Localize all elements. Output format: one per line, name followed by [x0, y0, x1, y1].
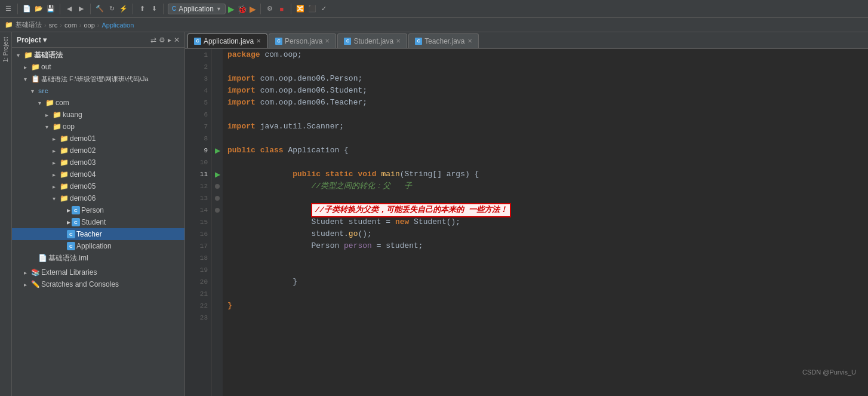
tree-item-demo04[interactable]: ▸ 📁 demo04 [12, 168, 184, 180]
tab-person[interactable]: C Person.java ✕ [269, 33, 336, 48]
tree-item-demo03[interactable]: ▸ 📁 demo03 [12, 156, 184, 168]
tree-item-demo02[interactable]: ▸ 📁 demo02 [12, 145, 184, 156]
tree-item-module[interactable]: ▾ 📋 基础语法 F:\班级管理\网课班\代码\Ja [12, 73, 184, 85]
ln-17: 17 [200, 240, 208, 252]
open-icon[interactable]: 📂 [34, 4, 44, 14]
code-line-18 [227, 252, 863, 264]
tree-item-com[interactable]: ▾ 📁 com [12, 97, 184, 109]
tree-item-application[interactable]: ▸ C Application [12, 240, 184, 252]
debug-button[interactable]: 🐞 [237, 4, 247, 14]
tab-application-icon: C [194, 38, 201, 45]
demo05-label: demo05 [70, 182, 96, 191]
breadcrumb-com[interactable]: com [64, 22, 77, 29]
run-coverage-button[interactable]: ▶ [250, 4, 256, 14]
sync-icon[interactable]: ↻ [107, 4, 116, 14]
todo-icon[interactable]: ✓ [319, 4, 329, 14]
profile-icon[interactable]: ⚙ [265, 4, 275, 14]
tree-item-demo05[interactable]: ▸ 📁 demo05 [12, 180, 184, 192]
tab-student-close[interactable]: ✕ [396, 38, 401, 44]
gray-dot-13 [215, 196, 220, 201]
gc-9[interactable]: ▶ [212, 145, 223, 156]
build-icon[interactable]: 🔨 [95, 4, 104, 14]
gc-7 [212, 121, 223, 133]
gc-18 [212, 252, 223, 264]
tree-item-src[interactable]: ▾ src [12, 85, 184, 97]
demo06-label: demo06 [70, 194, 96, 202]
editor-area: C Application.java ✕ C Person.java ✕ C S… [185, 32, 868, 396]
tab-teacher-close[interactable]: ✕ [467, 38, 472, 44]
expand-root: ▾ [17, 52, 23, 59]
demo03-icon: 📁 [60, 158, 69, 167]
tab-application[interactable]: C Application.java ✕ [187, 33, 267, 48]
tree-item-root[interactable]: ▾ 📁 基础语法 [12, 49, 184, 61]
chevron-panel-icon[interactable]: ▸ [168, 36, 171, 44]
ln-23: 23 [200, 312, 208, 324]
ln-3: 3 [204, 73, 208, 85]
tree-item-student[interactable]: ▸ ▸ C Student [12, 216, 184, 228]
new-file-icon[interactable]: 📄 [22, 4, 32, 14]
tree-item-external-libs[interactable]: ▸ 📚 External Libraries [12, 266, 184, 278]
tab-teacher[interactable]: C Teacher.java ✕ [408, 33, 478, 48]
tab-student[interactable]: C Student.java ✕ [337, 33, 407, 48]
vcs-pull-icon[interactable]: ⬇ [149, 4, 159, 14]
code-content[interactable]: package com.oop; import com.oop.demo06.P… [223, 49, 868, 396]
tree-item-demo01[interactable]: ▸ 📁 demo01 [12, 133, 184, 145]
tab-application-close[interactable]: ✕ [256, 38, 261, 44]
tree-item-iml[interactable]: ▸ 📄 基础语法.iml [12, 252, 184, 264]
gc-11[interactable]: ▶ [212, 168, 223, 180]
run-config-selector[interactable]: C Application ▼ [168, 4, 226, 14]
code-line-12: //类型之间的转化：父 子 [227, 180, 863, 192]
panel-title: Project ▾ [17, 36, 47, 44]
ln-13: 13 [200, 192, 208, 204]
gray-dot-12 [215, 184, 220, 189]
sep1 [17, 4, 18, 14]
code-line-2 [227, 61, 863, 73]
tree-item-kuang[interactable]: ▸ 📁 kuang [12, 109, 184, 121]
back-icon[interactable]: ◀ [64, 4, 74, 14]
terminal-icon[interactable]: ⬛ [307, 4, 317, 14]
ln-21: 21 [200, 288, 208, 300]
tree-item-demo06[interactable]: ▾ 📁 demo06 [12, 192, 184, 204]
toolbar: ☰ 📄 📂 💾 ◀ ▶ 🔨 ↻ ⚡ ⬆ ⬇ C Application ▼ ▶ … [0, 0, 868, 18]
tab-student-icon: C [344, 38, 351, 45]
sep4 [133, 4, 133, 14]
run-marker-11[interactable]: ▶ [215, 170, 220, 179]
code-line-9: public class Application { [227, 145, 863, 156]
demo01-icon: 📁 [60, 134, 69, 143]
vcs-icon[interactable]: ⬆ [137, 4, 147, 14]
breadcrumb-file[interactable]: Application [102, 22, 134, 29]
breadcrumb-src[interactable]: src [49, 22, 58, 29]
code-editor[interactable]: 1 2 3 4 5 6 7 8 9 10 11 12 13 14 15 16 1… [185, 49, 868, 396]
save-icon[interactable]: 💾 [46, 4, 56, 14]
stop-icon[interactable]: ■ [277, 4, 287, 14]
panel-header: Project ▾ ⇄ ⚙ ▸ ✕ [12, 32, 184, 48]
forward-icon[interactable]: ▶ [76, 4, 86, 14]
expand-person: ▸ [67, 206, 70, 214]
gc-16 [212, 228, 223, 240]
sync-panel-icon[interactable]: ⇄ [150, 36, 156, 44]
breadcrumb-root[interactable]: 基础语法 [16, 20, 42, 29]
gear-panel-icon[interactable]: ⚙ [159, 36, 165, 44]
tree-item-teacher[interactable]: ▸ C Teacher [12, 228, 184, 240]
tree-item-scratches[interactable]: ▸ ✏️ Scratches and Consoles [12, 278, 184, 290]
sidebar-tab-project[interactable]: 1: Project [1, 35, 10, 65]
sidebar-strip: 1: Project [0, 32, 12, 396]
demo02-label: demo02 [70, 146, 96, 155]
tree-item-person[interactable]: ▸ ▸ C Person [12, 204, 184, 216]
gc-6 [212, 109, 223, 121]
tree-item-out[interactable]: ▸ 📁 out [12, 61, 184, 73]
close-panel-icon[interactable]: ✕ [174, 36, 180, 44]
gc-22 [212, 300, 223, 312]
breadcrumb-oop[interactable]: oop [84, 22, 94, 29]
run-all-icon[interactable]: ⚡ [119, 4, 128, 14]
git-icon[interactable]: 🔀 [296, 4, 305, 14]
gc-8 [212, 133, 223, 145]
tab-person-close[interactable]: ✕ [325, 38, 330, 44]
gc-2 [212, 61, 223, 73]
run-button[interactable]: ▶ [228, 4, 235, 14]
tree-item-oop[interactable]: ▾ 📁 oop [12, 121, 184, 133]
ln-19: 19 [200, 264, 208, 276]
iml-icon: 📄 [38, 254, 47, 262]
breadcrumb-icon: 📁 [5, 21, 13, 29]
run-marker-9[interactable]: ▶ [215, 146, 220, 155]
